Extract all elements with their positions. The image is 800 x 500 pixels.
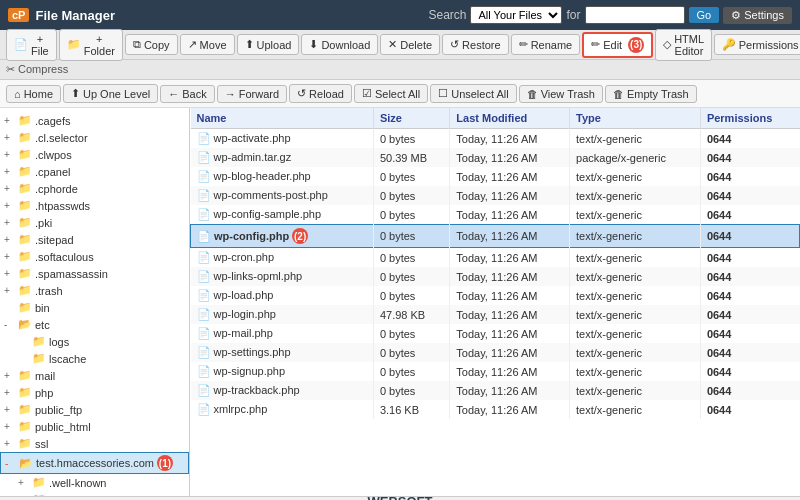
folder-icon: 📁 bbox=[18, 131, 32, 144]
file-icon: 📄 bbox=[197, 365, 211, 377]
file-name: wp-login.php bbox=[214, 308, 276, 320]
file-modified-cell: Today, 11:26 AM bbox=[450, 148, 570, 167]
top-bar: cP File Manager Search All Your Files fo… bbox=[0, 0, 800, 30]
sidebar-item-etc[interactable]: - 📂etc bbox=[0, 316, 189, 333]
html-editor-button[interactable]: ◇ HTML Editor bbox=[655, 29, 712, 61]
col-size[interactable]: Size bbox=[373, 108, 449, 129]
delete-button[interactable]: ✕ Delete bbox=[380, 34, 440, 55]
file-type-cell: text/x-generic bbox=[570, 267, 701, 286]
table-row[interactable]: 📄wp-signup.php0 bytesToday, 11:26 AMtext… bbox=[191, 362, 800, 381]
sidebar-item-mail[interactable]: + 📁mail bbox=[0, 367, 189, 384]
sidebar-item-public_html[interactable]: + 📁public_html bbox=[0, 418, 189, 435]
table-row[interactable]: 📄wp-trackback.php0 bytesToday, 11:26 AMt… bbox=[191, 381, 800, 400]
sidebar-item-php[interactable]: + 📁php bbox=[0, 384, 189, 401]
copy-button[interactable]: ⧉ Copy bbox=[125, 34, 178, 55]
edit-button[interactable]: ✏ Edit (3) bbox=[582, 32, 653, 58]
table-row[interactable]: 📄wp-blog-header.php0 bytesToday, 11:26 A… bbox=[191, 167, 800, 186]
move-button[interactable]: ↗ Move bbox=[180, 34, 235, 55]
select-all-button[interactable]: ☑ Select All bbox=[354, 84, 428, 103]
sidebar-item-trash[interactable]: + 📁.trash bbox=[0, 282, 189, 299]
home-button[interactable]: ⌂ Home bbox=[6, 85, 61, 103]
table-row[interactable]: 📄wp-settings.php0 bytesToday, 11:26 AMte… bbox=[191, 343, 800, 362]
restore-button[interactable]: ↺ Restore bbox=[442, 34, 509, 55]
table-row[interactable]: 📄wp-links-opml.php0 bytesToday, 11:26 AM… bbox=[191, 267, 800, 286]
file-type-cell: text/x-generic bbox=[570, 286, 701, 305]
settings-button[interactable]: ⚙ Settings bbox=[723, 7, 792, 24]
col-modified[interactable]: Last Modified bbox=[450, 108, 570, 129]
forward-button[interactable]: → Forward bbox=[217, 85, 287, 103]
empty-trash-button[interactable]: 🗑 Empty Trash bbox=[605, 85, 697, 103]
upload-button[interactable]: ⬆ Upload bbox=[237, 34, 300, 55]
sidebar-item-softaculous[interactable]: + 📁.softaculous bbox=[0, 248, 189, 265]
file-icon: 📄 bbox=[197, 289, 211, 301]
table-row[interactable]: 📄wp-cron.php0 bytesToday, 11:26 AMtext/x… bbox=[191, 248, 800, 268]
file-size-cell: 0 bytes bbox=[373, 248, 449, 268]
table-row[interactable]: 📄wp-config.php(2)0 bytesToday, 11:26 AMt… bbox=[191, 225, 800, 248]
view-trash-button[interactable]: 🗑 View Trash bbox=[519, 85, 603, 103]
sidebar-item-clwpos[interactable]: + 📁.clwpos bbox=[0, 146, 189, 163]
unselect-all-button[interactable]: ☐ Unselect All bbox=[430, 84, 516, 103]
back-button[interactable]: ← Back bbox=[160, 85, 214, 103]
file-modified-cell: Today, 11:26 AM bbox=[450, 362, 570, 381]
file-modified-cell: Today, 11:26 AM bbox=[450, 167, 570, 186]
col-permissions[interactable]: Permissions bbox=[700, 108, 799, 129]
folder-button[interactable]: 📁 + Folder bbox=[59, 29, 123, 61]
file-name-cell: 📄wp-links-opml.php bbox=[191, 267, 374, 286]
sidebar-item-lscache[interactable]: 📁lscache bbox=[0, 350, 189, 367]
file-type-cell: text/x-generic bbox=[570, 324, 701, 343]
folder-icon: 📂 bbox=[18, 318, 32, 331]
search-scope-select[interactable]: All Your Files bbox=[470, 6, 562, 24]
sidebar-item-ssl[interactable]: + 📁ssl bbox=[0, 435, 189, 452]
sidebar-item-cpanel[interactable]: + 📁.cpanel bbox=[0, 163, 189, 180]
file-modified-cell: Today, 11:26 AM bbox=[450, 305, 570, 324]
sidebar-item-well-known[interactable]: + 📁.well-known bbox=[0, 474, 189, 491]
file-perms-cell: 0644 bbox=[700, 148, 799, 167]
table-row[interactable]: 📄wp-load.php0 bytesToday, 11:26 AMtext/x… bbox=[191, 286, 800, 305]
table-row[interactable]: 📄wp-config-sample.php0 bytesToday, 11:26… bbox=[191, 205, 800, 225]
file-size-cell: 0 bytes bbox=[373, 186, 449, 205]
col-name[interactable]: Name bbox=[191, 108, 374, 129]
file-type-cell: text/x-generic bbox=[570, 305, 701, 324]
sidebar-item-cl-selector[interactable]: + 📁.cl.selector bbox=[0, 129, 189, 146]
col-type[interactable]: Type bbox=[570, 108, 701, 129]
compress-button[interactable]: ✂ Compress bbox=[6, 63, 68, 76]
sidebar-item-pki[interactable]: + 📁.pki bbox=[0, 214, 189, 231]
table-row[interactable]: 📄xmlrpc.php3.16 KBToday, 11:26 AMtext/x-… bbox=[191, 400, 800, 419]
file-perms-cell: 0644 bbox=[700, 381, 799, 400]
download-button[interactable]: ⬇ Download bbox=[301, 34, 378, 55]
search-input[interactable] bbox=[585, 6, 685, 24]
table-row[interactable]: 📄wp-login.php47.98 KBToday, 11:26 AMtext… bbox=[191, 305, 800, 324]
table-row[interactable]: 📄wp-admin.tar.gz50.39 MBToday, 11:26 AMp… bbox=[191, 148, 800, 167]
file-name: wp-config-sample.php bbox=[214, 208, 322, 220]
sidebar-item-cagefs[interactable]: + 📁.cagefs bbox=[0, 112, 189, 129]
file-name: wp-config.php bbox=[214, 230, 289, 242]
sidebar-item-sitepad[interactable]: + 📁.sitepad bbox=[0, 231, 189, 248]
sidebar-item-cphorde[interactable]: + 📁.cphorde bbox=[0, 180, 189, 197]
sidebar-item-bin[interactable]: 📁bin bbox=[0, 299, 189, 316]
sidebar-item-label: bin bbox=[35, 302, 50, 314]
sidebar-item-logs[interactable]: 📁logs bbox=[0, 333, 189, 350]
table-row[interactable]: 📄wp-activate.php0 bytesToday, 11:26 AMte… bbox=[191, 129, 800, 149]
up-one-level-button[interactable]: ⬆ Up One Level bbox=[63, 84, 158, 103]
sidebar-item-public_ftp[interactable]: + 📁public_ftp bbox=[0, 401, 189, 418]
file-perms-cell: 0644 bbox=[700, 343, 799, 362]
table-row[interactable]: 📄wp-mail.php0 bytesToday, 11:26 AMtext/x… bbox=[191, 324, 800, 343]
sidebar-item-spamassassin[interactable]: + 📁.spamassassin bbox=[0, 265, 189, 282]
file-name-cell: 📄wp-config-sample.php bbox=[191, 205, 374, 225]
file-button[interactable]: 📄 + File bbox=[6, 29, 57, 61]
folder-icon: 📁 bbox=[18, 437, 32, 450]
sidebar-item-htpasswds[interactable]: + 📁.htpasswds bbox=[0, 197, 189, 214]
rename-button[interactable]: ✏ Rename bbox=[511, 34, 581, 55]
file-modified-cell: Today, 11:26 AM bbox=[450, 381, 570, 400]
sidebar-item-wp[interactable]: + 📁wp bbox=[0, 491, 189, 496]
go-button[interactable]: Go bbox=[689, 7, 720, 23]
sidebar-item-label: ssl bbox=[35, 438, 48, 450]
toggle-icon: + bbox=[4, 183, 16, 194]
file-perms-cell: 0644 bbox=[700, 248, 799, 268]
file-perms-cell: 0644 bbox=[700, 324, 799, 343]
permissions-button[interactable]: 🔑 Permissions bbox=[714, 34, 800, 55]
reload-button[interactable]: ↺ Reload bbox=[289, 84, 352, 103]
table-row[interactable]: 📄wp-comments-post.php0 bytesToday, 11:26… bbox=[191, 186, 800, 205]
folder-icon: 📁 bbox=[32, 335, 46, 348]
sidebar-item-test.hmaccessories.com[interactable]: - 📂test.hmaccessories.com(1) bbox=[0, 452, 189, 474]
